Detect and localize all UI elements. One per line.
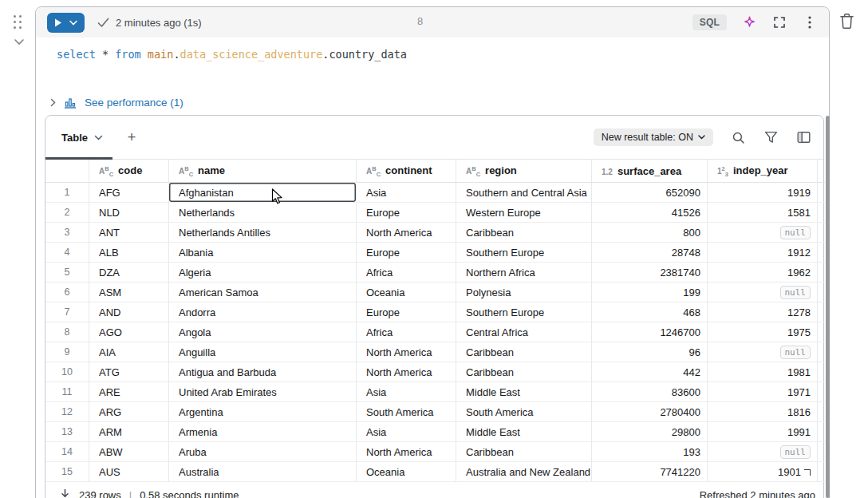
cell-region[interactable]: Polynesia — [456, 283, 592, 302]
cell-region[interactable]: Caribbean — [456, 442, 592, 462]
cell-surface-area[interactable]: 41526 — [592, 203, 708, 223]
cell-code[interactable]: ALB — [89, 243, 169, 263]
row-number[interactable]: 15 — [45, 462, 89, 482]
column-header-region[interactable]: ABCregion — [456, 160, 592, 183]
cell-indep-year[interactable]: null — [708, 223, 818, 243]
cell-continent[interactable]: North America — [357, 342, 456, 362]
vertical-scrollbar-thumb[interactable] — [826, 116, 830, 498]
fullscreen-icon[interactable] — [771, 14, 787, 30]
cell-name[interactable]: Albania — [169, 243, 357, 263]
cell-region[interactable]: Southern Europe — [456, 243, 592, 263]
cell-continent[interactable]: North America — [357, 442, 456, 462]
row-number[interactable]: 5 — [45, 263, 89, 283]
cell-surface-area[interactable]: 442 — [592, 362, 708, 382]
cell-code[interactable]: ARE — [89, 382, 169, 402]
cell-continent[interactable]: Asia — [357, 183, 456, 203]
row-number[interactable]: 14 — [45, 442, 89, 462]
cell-name[interactable]: Afghanistan — [169, 183, 357, 203]
cell-name[interactable]: Australia — [169, 462, 357, 482]
row-number[interactable]: 10 — [45, 362, 89, 382]
column-header-name[interactable]: ABCname — [169, 160, 357, 183]
cell-region[interactable]: Western Europe — [456, 203, 592, 223]
cell-name[interactable]: Armenia — [169, 422, 357, 442]
cell-code[interactable]: AFG — [89, 183, 169, 203]
row-number[interactable]: 13 — [45, 422, 89, 442]
cell-continent[interactable]: Asia — [357, 422, 456, 442]
cell-code[interactable]: AND — [89, 302, 169, 322]
cell-code[interactable]: AUS — [89, 462, 169, 482]
cell-name[interactable]: Antigua and Barbuda — [169, 362, 357, 382]
cell-region[interactable]: Southern Europe — [456, 302, 592, 322]
cell-surface-area[interactable]: 83600 — [592, 382, 708, 402]
cell-code[interactable]: ARM — [89, 422, 169, 442]
cell-code[interactable]: ABW — [89, 442, 169, 462]
cell-surface-area[interactable]: 2780400 — [592, 402, 708, 422]
column-header-indep_year[interactable]: 123indep_year — [708, 160, 818, 183]
cell-name[interactable]: Angola — [169, 322, 357, 342]
cell-name[interactable]: Algeria — [169, 263, 357, 283]
cell-surface-area[interactable]: 1246700 — [592, 322, 708, 342]
cell-continent[interactable]: Oceania — [357, 462, 456, 482]
cell-name[interactable]: Aruba — [169, 442, 357, 462]
cell-indep-year[interactable]: 1919 — [708, 183, 818, 203]
cell-surface-area[interactable]: 29800 — [592, 422, 708, 442]
row-number[interactable]: 8 — [45, 322, 89, 342]
cell-continent[interactable]: Africa — [357, 263, 456, 283]
cell-indep-year[interactable]: 1975 — [708, 322, 818, 342]
column-header-surface_area[interactable]: 1.2surface_area — [592, 160, 708, 183]
cell-region[interactable]: Middle East — [456, 422, 592, 442]
cell-code[interactable]: DZA — [89, 263, 169, 283]
language-badge[interactable]: SQL — [692, 14, 727, 30]
run-button[interactable] — [47, 13, 85, 33]
cell-region[interactable]: Central Africa — [456, 322, 592, 342]
cell-indep-year[interactable]: null — [708, 342, 818, 362]
cell-name[interactable]: American Samoa — [169, 283, 357, 302]
cell-continent[interactable]: Europe — [357, 203, 456, 223]
cell-region[interactable]: South America — [456, 402, 592, 422]
drag-handle-icon[interactable] — [14, 15, 22, 29]
cell-code[interactable]: AIA — [89, 342, 169, 362]
cell-continent[interactable]: Europe — [357, 243, 456, 263]
column-header-continent[interactable]: ABCcontinent — [357, 160, 456, 183]
cell-indep-year[interactable]: 1816 — [708, 402, 818, 422]
cell-code[interactable]: NLD — [89, 203, 169, 223]
cell-surface-area[interactable]: 652090 — [592, 183, 708, 203]
row-number[interactable]: 2 — [45, 203, 89, 223]
row-number[interactable]: 3 — [45, 223, 89, 243]
see-performance-toggle[interactable]: See performance (1) — [36, 90, 829, 115]
tab-chevron-down-icon[interactable] — [94, 135, 103, 140]
cell-indep-year[interactable]: 1581 — [708, 203, 818, 223]
search-icon[interactable] — [730, 129, 746, 145]
row-number[interactable]: 11 — [45, 382, 89, 402]
download-icon[interactable] — [59, 488, 71, 498]
cell-indep-year[interactable]: 1912 — [708, 243, 818, 263]
row-number-header[interactable] — [45, 160, 89, 183]
new-result-table-toggle[interactable]: New result table: ON — [594, 128, 713, 146]
cell-name[interactable]: United Arab Emirates — [169, 382, 357, 402]
cell-continent[interactable]: Europe — [357, 302, 456, 322]
cell-region[interactable]: Middle East — [456, 382, 592, 402]
cell-region[interactable]: Caribbean — [456, 342, 592, 362]
cell-code[interactable]: AGO — [89, 322, 169, 342]
cell-continent[interactable]: North America — [357, 223, 456, 243]
filter-icon[interactable] — [763, 129, 779, 145]
cell-surface-area[interactable]: 96 — [592, 342, 708, 362]
cell-code[interactable]: ANT — [89, 223, 169, 243]
row-number[interactable]: 1 — [45, 183, 89, 203]
row-number[interactable]: 9 — [45, 342, 89, 362]
row-number[interactable]: 4 — [45, 243, 89, 263]
cell-region[interactable]: Australia and New Zealand — [456, 462, 592, 482]
cell-region[interactable]: Caribbean — [456, 223, 592, 243]
assistant-sparkle-icon[interactable] — [741, 14, 757, 30]
collapse-cell-chevron-icon[interactable] — [14, 38, 25, 45]
columns-panel-icon[interactable] — [795, 129, 811, 145]
cell-indep-year[interactable]: 1901 — [708, 462, 818, 482]
add-visualization-button[interactable]: + — [122, 129, 141, 146]
cell-surface-area[interactable]: 199 — [592, 283, 708, 302]
cell-name[interactable]: Netherlands — [169, 203, 357, 223]
column-header-code[interactable]: ABCcode — [89, 160, 169, 183]
cell-code[interactable]: ARG — [89, 402, 169, 422]
cell-continent[interactable]: Africa — [357, 322, 456, 342]
cell-continent[interactable]: North America — [357, 362, 456, 382]
cell-surface-area[interactable]: 800 — [592, 223, 708, 243]
